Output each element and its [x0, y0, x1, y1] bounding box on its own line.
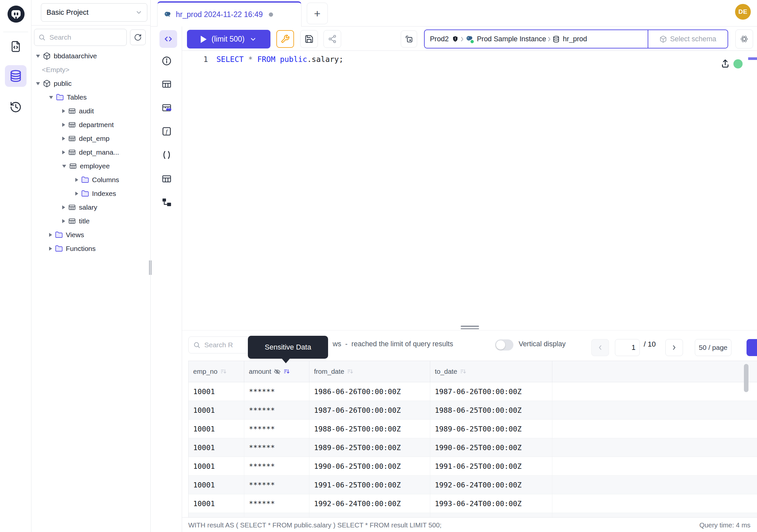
column-header-amount[interactable]: amount	[244, 361, 309, 382]
tree-item-salary[interactable]: salary	[31, 201, 150, 214]
sql-token-keyword: SELECT	[216, 55, 244, 64]
editor-tool-schema-diagram-icon[interactable]	[161, 197, 172, 208]
batch-query-button[interactable]	[401, 30, 417, 47]
tree-item-dept-mana[interactable]: dept_mana...	[31, 145, 150, 159]
results-table-header: emp_noamountfrom_dateto_date	[189, 361, 757, 382]
sort-icon[interactable]	[283, 368, 290, 375]
editor-tool-tables-icon[interactable]	[161, 173, 172, 185]
tree-item-tables[interactable]: Tables	[31, 90, 150, 104]
table-icon	[68, 135, 76, 142]
tree-expand-arrow-icon[interactable]	[62, 219, 65, 223]
tree-item-dept-emp[interactable]: dept_emp	[31, 132, 150, 145]
table-cell: 1993-06-24T00:00:00Z	[430, 494, 552, 513]
sort-icon[interactable]	[347, 368, 354, 375]
export-data-button[interactable]	[746, 339, 757, 356]
share-button[interactable]	[323, 30, 341, 48]
sidebar-item-worksheets[interactable]	[9, 39, 23, 54]
tree-item-department[interactable]: department	[31, 118, 150, 132]
query-options-button[interactable]	[276, 30, 294, 48]
tree-item-functions[interactable]: Functions	[31, 242, 150, 256]
total-pages-label: / 10	[644, 340, 656, 349]
instance-segment[interactable]: Prod Sample Instance	[465, 35, 546, 43]
tree-item-audit[interactable]: audit	[31, 104, 150, 118]
sidebar-item-databases[interactable]	[5, 65, 26, 87]
save-button[interactable]	[300, 30, 318, 48]
sidebar-item-history[interactable]	[9, 100, 23, 114]
tree-item-views[interactable]: Views	[31, 228, 150, 242]
export-sheet-button[interactable]	[720, 58, 731, 70]
new-tab-button[interactable]: +	[307, 3, 328, 24]
tree-item-employee[interactable]: employee	[31, 159, 150, 173]
rail-divider	[3, 32, 28, 32]
tree-item-empty[interactable]: <Empty>	[31, 63, 150, 77]
ai-openai-icon	[740, 34, 749, 44]
editor-tool-info-icon[interactable]	[161, 55, 172, 67]
column-header-emp_no[interactable]: emp_no	[189, 361, 244, 382]
project-selector[interactable]: Basic Project	[41, 3, 147, 22]
select-schema-label: Select schema	[670, 35, 716, 43]
tree-expand-arrow-icon[interactable]	[62, 109, 65, 113]
tree-expand-arrow-icon[interactable]	[62, 123, 65, 127]
sql-code-line[interactable]: SELECT * FROM public.salary;	[216, 55, 344, 64]
page-size-select[interactable]: 50 / page	[695, 339, 732, 356]
tree-item-label: Indexes	[92, 190, 116, 198]
tree-item-columns[interactable]: Columns	[31, 173, 150, 187]
editor-tool-table-info-icon[interactable]	[161, 78, 172, 90]
environment-segment[interactable]: Prod2	[430, 35, 459, 43]
tab-active-worksheet[interactable]: hr_prod 2024-11-22 16:49	[157, 1, 302, 26]
select-schema-dropdown[interactable]: Select schema	[648, 30, 728, 48]
sql-editor-window: Basic Project bbdataarchive<Empty>public…	[0, 0, 757, 532]
editor-tool-parentheses-icon[interactable]	[161, 149, 172, 161]
tree-expand-arrow-icon[interactable]	[75, 178, 78, 182]
next-page-button[interactable]	[665, 339, 683, 356]
sidebar-search[interactable]	[34, 29, 127, 46]
tree-expand-arrow-icon[interactable]	[62, 205, 65, 209]
database-segment[interactable]: hr_prod	[552, 35, 587, 43]
results-scrollbar-thumb[interactable]	[744, 364, 748, 392]
column-header-to_date[interactable]: to_date	[430, 361, 552, 382]
folder-icon	[81, 176, 89, 184]
tree-item-indexes[interactable]: Indexes	[31, 187, 150, 201]
vertical-display-toggle[interactable]	[495, 339, 513, 351]
editor-tool-sensitive-columns-icon[interactable]	[161, 102, 172, 114]
tree-expand-arrow-icon[interactable]	[49, 233, 52, 237]
tree-expand-arrow-icon[interactable]	[62, 165, 66, 168]
tree-item-label: Tables	[67, 93, 87, 101]
run-query-button[interactable]: (limit 500)	[187, 30, 270, 48]
editor-panel-toggle[interactable]	[160, 30, 177, 48]
tree-expand-arrow-icon[interactable]	[49, 247, 52, 251]
previous-page-button[interactable]	[591, 339, 609, 356]
table-icon	[68, 203, 76, 211]
tree-item-public[interactable]: public	[31, 77, 150, 90]
sort-icon[interactable]	[220, 368, 227, 375]
share-icon	[328, 34, 337, 44]
chevron-right-icon	[546, 36, 552, 42]
panel-resize-handle[interactable]	[461, 326, 479, 330]
refresh-button[interactable]	[130, 29, 146, 45]
sidebar-search-input[interactable]	[49, 33, 122, 42]
column-header-from_date[interactable]: from_date	[309, 361, 430, 382]
schema-icon	[43, 52, 51, 60]
ai-assistant-button[interactable]	[735, 29, 753, 48]
tree-item-bbdataarchive[interactable]: bbdataarchive	[31, 49, 150, 63]
app-logo[interactable]	[7, 5, 25, 23]
tree-expand-arrow-icon[interactable]	[62, 150, 65, 154]
tree-expand-arrow-icon[interactable]	[62, 137, 65, 141]
tab-title: hr_prod 2024-11-22 16:49	[176, 10, 263, 19]
tree-expand-arrow-icon[interactable]	[36, 82, 40, 85]
tree-item-title[interactable]: title	[31, 214, 150, 228]
connection-breadcrumb[interactable]: Prod2 Prod Sample	[424, 29, 728, 48]
sort-icon[interactable]	[460, 368, 467, 375]
tree-item-label: dept_mana...	[79, 148, 119, 156]
folder-icon	[81, 190, 89, 198]
editor-tool-functions-icon[interactable]: f	[161, 125, 172, 137]
tree-expand-arrow-icon[interactable]	[75, 192, 78, 196]
results-panel: ws - reached the limit of query results …	[182, 330, 757, 532]
tree-expand-arrow-icon[interactable]	[36, 55, 40, 58]
search-icon	[38, 34, 45, 41]
user-avatar[interactable]: DE	[735, 4, 751, 20]
table-cell: 1989-06-25T00:00:00Z	[430, 420, 552, 438]
tree-expand-arrow-icon[interactable]	[49, 96, 53, 99]
current-page-input[interactable]: 1	[615, 339, 640, 356]
chevron-down-icon	[250, 36, 257, 43]
